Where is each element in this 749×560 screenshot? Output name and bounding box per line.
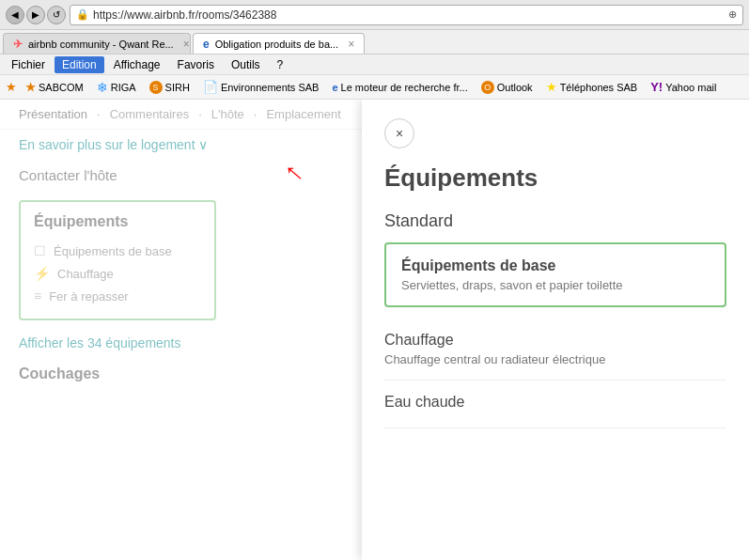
bookmark-telephones[interactable]: ★ Téléphones SAB (541, 78, 643, 96)
tab2-label: Obligation produits de ba... (215, 39, 338, 50)
modal-item-title-0: Équipements de base (401, 257, 710, 274)
bk-riga-label: RIGA (111, 82, 136, 93)
bk-outlook-icon: O (481, 81, 494, 94)
menu-fichier[interactable]: Fichier (4, 56, 53, 73)
bk-envsab-icon: 📄 (203, 80, 218, 94)
equipment-modal: × Équipements Standard Équipements de ba… (362, 100, 749, 560)
bk-yahoo-icon: Y! (650, 80, 663, 94)
tab1-favicon: ✈ (13, 38, 23, 51)
bk-sirh-label: SIRH (165, 82, 190, 93)
page-content: ↑ Présentation · Commentaires · L'hôte ·… (0, 100, 749, 560)
forward-button[interactable]: ▶ (26, 6, 45, 24)
bookmark-sirh[interactable]: S SIRH (145, 79, 195, 96)
tab2-close[interactable]: × (348, 38, 354, 51)
bk-envsab-label: Environnements SAB (221, 82, 320, 93)
modal-close-button[interactable]: × (384, 118, 414, 148)
menu-outils[interactable]: Outils (224, 56, 268, 73)
bookmark-yahoo[interactable]: Y! Yahoo mail (646, 78, 721, 96)
bookmarks-bar: ★ ★ SABCOM ❄ RIGA S SIRH 📄 Environnement… (0, 75, 749, 100)
modal-title: Équipements (384, 163, 726, 193)
modal-equipment-item-0: Équipements de base Serviettes, draps, s… (384, 242, 726, 307)
modal-item-title-1: Chauffage (384, 332, 726, 349)
menu-bar: Fichier Edition Affichage Favoris Outils… (0, 54, 749, 75)
lock-icon: 🔒 (76, 8, 89, 21)
back-button[interactable]: ◀ (6, 6, 24, 24)
bk-sabcom-label: SABCOM (39, 82, 84, 93)
bk-outlook-label: Outlook (497, 82, 533, 93)
bookmark-moteur[interactable]: e Le moteur de recherche fr... (327, 80, 472, 95)
tab-2[interactable]: e Obligation produits de ba... × (193, 33, 365, 54)
bk-moteur-icon: e (332, 82, 337, 93)
modal-item-title-2: Eau chaude (384, 394, 726, 411)
tab1-label: airbnb community - Qwant Re... (28, 39, 174, 50)
bk-tel-label: Téléphones SAB (560, 82, 638, 93)
modal-section-standard: Standard (384, 211, 726, 231)
tab1-close[interactable]: × (183, 38, 190, 51)
modal-equipment-item-1: Chauffage Chauffage central ou radiateur… (384, 319, 726, 381)
tab-1[interactable]: ✈ airbnb community - Qwant Re... × (3, 33, 191, 54)
address-bar[interactable]: 🔒 https://www.airbnb.fr/rooms/3462388 ⊕ (70, 5, 743, 25)
menu-affichage[interactable]: Affichage (106, 56, 168, 73)
bookmark-outlook[interactable]: O Outlook (476, 79, 538, 96)
modal-item-desc-0: Serviettes, draps, savon et papier toile… (401, 278, 710, 292)
modal-item-desc-1: Chauffage central ou radiateur électriqu… (384, 352, 726, 366)
tab-bar: ✈ airbnb community - Qwant Re... × e Obl… (0, 30, 749, 54)
tab2-favicon: e (203, 38, 210, 51)
bookmark-sabcom[interactable]: ★ SABCOM (21, 79, 88, 96)
search-button[interactable]: ⊕ (728, 8, 737, 21)
modal-equipment-item-2: Eau chaude (384, 381, 726, 428)
bk-sabcom-icon: ★ (25, 81, 36, 94)
url-text: https://www.airbnb.fr/rooms/3462388 (93, 8, 725, 22)
bk-tel-icon: ★ (546, 80, 557, 94)
bookmarks-star-icon: ★ (6, 80, 17, 94)
menu-edition[interactable]: Edition (55, 56, 104, 73)
bk-riga-icon: ❄ (97, 80, 108, 95)
bk-moteur-label: Le moteur de recherche fr... (341, 82, 468, 93)
bookmark-riga[interactable]: ❄ RIGA (92, 78, 141, 97)
bookmark-env-sab[interactable]: 📄 Environnements SAB (198, 78, 324, 96)
menu-aide[interactable]: ? (270, 56, 291, 73)
browser-titlebar: ◀ ▶ ↺ 🔒 https://www.airbnb.fr/rooms/3462… (0, 0, 749, 30)
refresh-button[interactable]: ↺ (47, 6, 66, 24)
menu-favoris[interactable]: Favoris (170, 56, 222, 73)
bk-sirh-icon: S (149, 81, 163, 94)
bk-yahoo-label: Yahoo mail (665, 82, 716, 93)
